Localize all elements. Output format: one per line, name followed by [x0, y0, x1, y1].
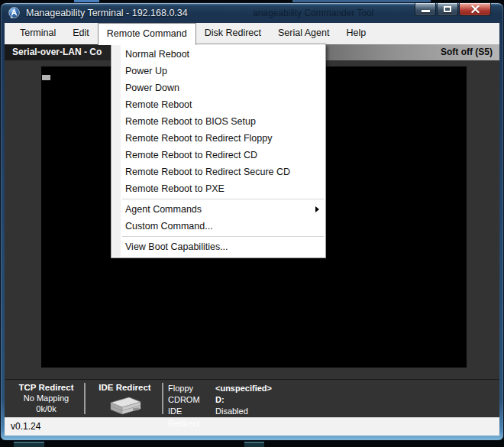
terminal-cursor: [42, 75, 50, 80]
menu-disk-redirect[interactable]: Disk Redirect: [196, 23, 270, 44]
redirect-status-panel: TCP Redirect No Mapping 0k/0k IDE Redire…: [5, 379, 499, 417]
window-title: Manageability Terminal - 192.168.0.34: [26, 8, 188, 18]
menuitem-remote-reboot[interactable]: Remote Reboot: [111, 96, 325, 113]
menuitem-reboot-redirect-cd[interactable]: Remote Reboot to Redirect CD: [111, 147, 325, 164]
menuitem-custom-command[interactable]: Custom Command...: [111, 218, 325, 235]
menuitem-reboot-redirect-floppy[interactable]: Remote Reboot to Redirect Floppy: [111, 130, 325, 147]
floppy-row: Floppy <unspecified>: [168, 383, 272, 394]
menu-remote-command[interactable]: Remote Command: [98, 23, 196, 45]
menu-serial-agent[interactable]: Serial Agent: [270, 23, 338, 44]
menu-separator: [122, 199, 324, 199]
tcp-redirect-title: TCP Redirect: [9, 382, 83, 393]
maximize-icon: [444, 6, 451, 12]
media-mapping-section: Floppy <unspecified> CDROM D: IDE Redire…: [168, 383, 272, 429]
panel-divider: [84, 383, 86, 414]
ide-redirect-state-row: IDE Redirect Disabled: [168, 406, 272, 429]
menu-help[interactable]: Help: [338, 23, 374, 44]
tcp-redirect-section: TCP Redirect No Mapping 0k/0k: [9, 382, 83, 414]
taskbar-fragment: [244, 442, 264, 447]
close-button[interactable]: [459, 3, 491, 16]
agent-commands-label: Agent Commands: [125, 204, 202, 215]
tcp-redirect-traffic: 0k/0k: [9, 403, 83, 414]
menuitem-agent-commands[interactable]: Agent Commands: [111, 201, 325, 218]
menuitem-power-up[interactable]: Power Up: [111, 63, 325, 79]
menuitem-power-down[interactable]: Power Down: [111, 79, 325, 96]
menubar: Terminal Edit Remote Command Disk Redire…: [5, 23, 499, 44]
cdrom-value: D:: [215, 394, 225, 406]
ide-state-value: Disabled: [215, 406, 248, 429]
minimize-button[interactable]: [415, 3, 436, 16]
menuitem-reboot-redirect-secure-cd[interactable]: Remote Reboot to Redirect Secure CD: [111, 164, 325, 180]
ide-redirect-section: IDE Redirect: [89, 382, 161, 416]
tcp-redirect-status: No Mapping: [9, 393, 83, 403]
menu-terminal[interactable]: Terminal: [11, 23, 64, 44]
cdrom-row: CDROM D:: [168, 394, 272, 406]
maximize-button[interactable]: [437, 3, 458, 16]
app-logo-icon: [8, 7, 21, 20]
version-label: v0.1.24: [11, 421, 40, 432]
menu-edit[interactable]: Edit: [64, 23, 98, 44]
drive-icon: [108, 395, 143, 416]
window-controls: [414, 3, 491, 16]
menu-separator: [122, 236, 324, 237]
close-icon: [471, 5, 480, 13]
panel-divider: [162, 383, 163, 414]
remote-command-dropdown: Normal Reboot Power Up Power Down Remote…: [111, 44, 326, 258]
menuitem-reboot-pxe[interactable]: Remote Reboot to PXE: [111, 180, 325, 197]
taskbar-fragment: [14, 442, 44, 447]
ide-state-label: IDE Redirect: [168, 406, 215, 429]
menuitem-view-boot-capabilities[interactable]: View Boot Capabilities...: [111, 238, 325, 255]
ide-redirect-title: IDE Redirect: [89, 382, 161, 393]
floppy-label: Floppy: [168, 383, 215, 394]
menuitem-reboot-bios-setup[interactable]: Remote Reboot to BIOS Setup: [111, 113, 325, 130]
background-window-title: anageability Commander Tool: [253, 8, 374, 18]
power-state-label: Soft off (S5): [441, 47, 493, 57]
sol-status-label: Serial-over-LAN - Co: [12, 47, 102, 57]
minimize-icon: [422, 10, 430, 12]
submenu-arrow-icon: [315, 206, 319, 212]
menuitem-normal-reboot[interactable]: Normal Reboot: [111, 46, 325, 63]
floppy-value: <unspecified>: [215, 383, 272, 394]
screen: Manageability Terminal - 192.168.0.34 an…: [0, 0, 504, 447]
cdrom-label: CDROM: [168, 394, 215, 406]
titlebar[interactable]: Manageability Terminal - 192.168.0.34 an…: [1, 3, 503, 23]
